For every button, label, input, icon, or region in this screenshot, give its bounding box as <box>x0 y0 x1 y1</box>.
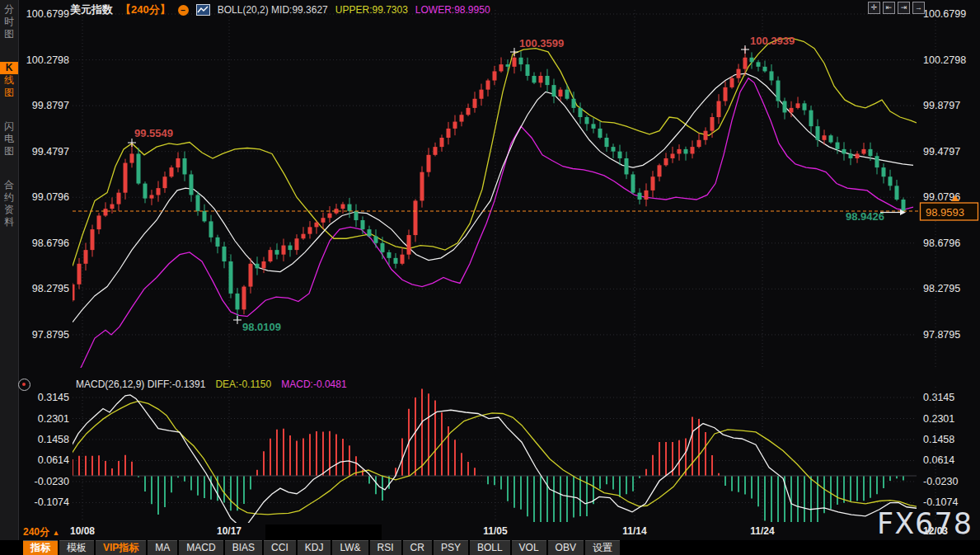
candle-body <box>684 149 688 154</box>
export-icon[interactable]: → <box>912 2 925 14</box>
fit-left-icon[interactable]: ⇤ <box>883 2 895 14</box>
price-axis-label-left: 98.6796 <box>32 238 69 249</box>
candle-body <box>157 188 161 195</box>
toolbar-button-11[interactable]: PSY <box>434 540 468 555</box>
toolbar-button-2[interactable]: VIP指标 <box>96 540 146 555</box>
toolbar-button-8[interactable]: LW& <box>332 540 368 555</box>
candle-body <box>678 149 682 154</box>
candle-body <box>150 195 154 198</box>
toolbar-button-4[interactable]: MACD <box>179 540 223 555</box>
toolbar-button-15[interactable]: 设置 <box>585 540 620 555</box>
candle-body <box>104 209 108 215</box>
candle-body <box>710 117 715 131</box>
candle-body <box>882 167 886 176</box>
sidebar-tab-1[interactable]: K线图 <box>0 62 18 99</box>
period-label[interactable]: 【240分】 <box>120 2 171 17</box>
macd-axis-label-left: 0.3145 <box>38 392 69 403</box>
candle-body <box>579 108 583 117</box>
candle-body <box>671 153 675 158</box>
period-selector[interactable]: 240分 ▲ <box>23 525 59 539</box>
candle-body <box>572 99 576 108</box>
sidebar-tab-char: 约 <box>0 191 18 204</box>
symbol-title: 美元指数 <box>70 2 113 17</box>
toolbar-button-5[interactable]: BIAS <box>225 540 262 555</box>
candle-body <box>552 85 556 96</box>
toolbar-button-14[interactable]: OBV <box>548 540 584 555</box>
candle-body <box>453 122 457 129</box>
price-axis-label-left: 99.4797 <box>32 146 69 158</box>
candle-body <box>697 140 701 147</box>
price-axis-label-left: 99.0796 <box>32 191 69 203</box>
toolbar-button-1[interactable]: 模板 <box>59 540 94 555</box>
macd-axis-label-left: 0.2301 <box>38 413 69 425</box>
candle-body <box>216 238 220 247</box>
candle-body <box>856 153 860 158</box>
collapse-icon[interactable]: − <box>178 5 189 16</box>
indicator-toolbar: 指标模板VIP指标MAMACDBIASCCIKDJLW&RSICRPSYBOLL… <box>0 540 980 555</box>
candle-body <box>407 235 411 255</box>
candle-body <box>394 258 398 264</box>
candle-body <box>585 117 589 124</box>
candle-body <box>163 176 167 188</box>
sidebar-tab-0[interactable]: 分时图 <box>0 3 18 40</box>
candle-body <box>816 126 820 140</box>
sidebar-tab-char: 闪 <box>0 120 18 133</box>
candle-body <box>532 76 537 82</box>
sidebar-tab-3[interactable]: 合约资料 <box>0 179 18 228</box>
toolbar-button-6[interactable]: CCI <box>264 540 296 555</box>
fit-right-icon[interactable]: ⇥ <box>898 2 910 14</box>
candle-body <box>467 108 471 115</box>
pan-icon[interactable]: ✛ <box>868 2 880 14</box>
toolbar-button-9[interactable]: RSI <box>370 540 401 555</box>
candle-body <box>242 287 246 310</box>
toolbar-button-3[interactable]: MA <box>148 540 177 555</box>
candle-body <box>354 211 359 220</box>
candle-body <box>97 215 101 229</box>
candle-body <box>895 186 899 200</box>
trading-app-window: 100.6799100.6799100.2798100.279899.87979… <box>0 0 980 555</box>
candle-body <box>519 58 523 64</box>
price-annotation: 99.5549 <box>134 127 173 139</box>
candle-body <box>539 76 543 82</box>
sidebar-tab-2[interactable]: 闪电图 <box>0 120 18 158</box>
toolbar-button-7[interactable]: KDJ <box>298 540 331 555</box>
candle-body <box>546 76 550 85</box>
macd-axis-label-left: -0.0230 <box>35 476 69 487</box>
candle-body <box>269 250 273 261</box>
candle-body <box>170 167 174 176</box>
fx678-watermark: FX678 <box>877 507 973 540</box>
candle-body <box>565 90 570 99</box>
candle-body <box>737 69 741 78</box>
candle-body <box>836 143 840 149</box>
candle-body <box>420 172 424 201</box>
candle-body <box>506 64 510 67</box>
candle-body <box>809 111 814 126</box>
candle-body <box>387 252 392 258</box>
toolbar-button-10[interactable]: CR <box>403 540 432 555</box>
date-tick-4: 11/24 <box>750 525 774 537</box>
candle-body <box>124 163 128 193</box>
price-annotation: 100.3599 <box>519 37 564 49</box>
indicator-chart-icon[interactable] <box>196 4 210 16</box>
sidebar-tab-char: 合 <box>0 179 18 191</box>
price-axis-label-right: 99.4797 <box>923 146 960 158</box>
candle-body <box>849 153 853 158</box>
period-up-arrow-icon: ▲ <box>52 529 59 537</box>
candle-body <box>829 135 833 142</box>
indicator-settings-icon[interactable] <box>18 379 30 391</box>
toolbar-button-13[interactable]: VOL <box>512 540 546 555</box>
toolbar-button-12[interactable]: BOLL <box>470 540 510 555</box>
candle-body <box>889 176 893 186</box>
candle-body <box>790 108 794 113</box>
price-axis-label-right: 100.6799 <box>923 8 966 20</box>
toolbar-button-0[interactable]: 指标 <box>23 540 58 555</box>
candle-body <box>823 135 827 140</box>
candle-body <box>348 205 352 211</box>
sidebar-tab-char: 图 <box>0 87 18 99</box>
period-text: 240分 <box>23 526 49 538</box>
price-axis-label-left: 98.2795 <box>32 283 69 294</box>
price-axis-label-right: 100.2798 <box>923 54 966 66</box>
price-axis-label-left: 100.6799 <box>26 8 69 20</box>
macd-axis-label-right: 0.3145 <box>923 392 954 403</box>
price-annotation: 98.0109 <box>242 321 281 333</box>
